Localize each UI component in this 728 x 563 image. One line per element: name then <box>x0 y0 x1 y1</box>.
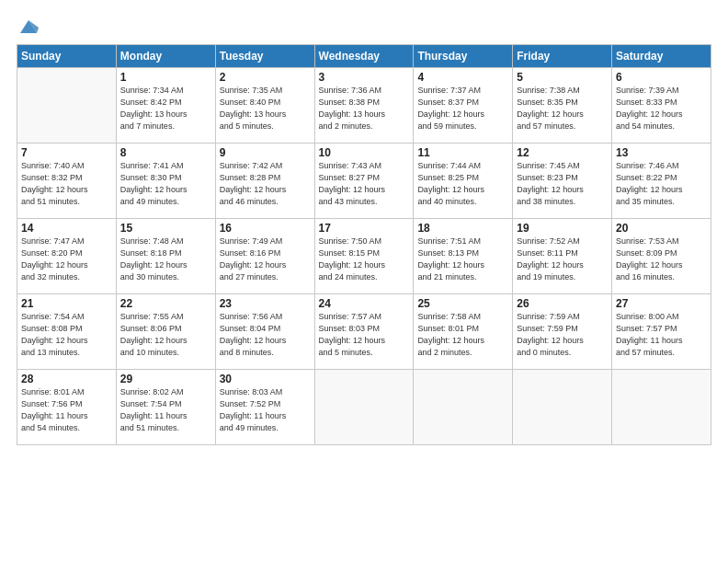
day-info: Sunrise: 7:57 AMSunset: 8:03 PMDaylight:… <box>319 311 410 359</box>
day-cell: 7Sunrise: 7:40 AMSunset: 8:32 PMDaylight… <box>17 144 117 219</box>
day-cell: 14Sunrise: 7:47 AMSunset: 8:20 PMDayligh… <box>17 219 117 294</box>
day-info: Sunrise: 7:54 AMSunset: 8:08 PMDaylight:… <box>21 311 112 359</box>
day-number: 22 <box>120 297 211 310</box>
day-cell: 8Sunrise: 7:41 AMSunset: 8:30 PMDaylight… <box>116 144 215 219</box>
day-cell: 2Sunrise: 7:35 AMSunset: 8:40 PMDaylight… <box>215 68 314 144</box>
day-cell: 5Sunrise: 7:38 AMSunset: 8:35 PMDaylight… <box>513 68 612 144</box>
day-number: 8 <box>120 146 211 159</box>
day-cell <box>414 370 513 445</box>
day-cell: 21Sunrise: 7:54 AMSunset: 8:08 PMDayligh… <box>17 294 117 370</box>
day-info: Sunrise: 7:36 AMSunset: 8:38 PMDaylight:… <box>319 85 410 132</box>
week-row-0: 1Sunrise: 7:34 AMSunset: 8:42 PMDaylight… <box>17 68 711 144</box>
day-info: Sunrise: 8:03 AMSunset: 7:52 PMDaylight:… <box>220 386 311 434</box>
day-info: Sunrise: 7:45 AMSunset: 8:23 PMDaylight:… <box>517 160 608 208</box>
day-info: Sunrise: 7:48 AMSunset: 8:18 PMDaylight:… <box>120 236 211 283</box>
day-number: 28 <box>21 373 112 385</box>
weekday-friday: Friday <box>513 45 612 68</box>
day-number: 11 <box>417 146 508 159</box>
day-number: 17 <box>319 222 410 235</box>
day-info: Sunrise: 7:40 AMSunset: 8:32 PMDaylight:… <box>21 160 112 208</box>
day-cell: 15Sunrise: 7:48 AMSunset: 8:18 PMDayligh… <box>116 219 215 294</box>
day-cell: 12Sunrise: 7:45 AMSunset: 8:23 PMDayligh… <box>513 144 612 219</box>
day-cell <box>513 370 612 445</box>
day-number: 12 <box>517 146 608 159</box>
day-number: 10 <box>319 146 410 159</box>
week-row-3: 21Sunrise: 7:54 AMSunset: 8:08 PMDayligh… <box>17 294 711 370</box>
day-info: Sunrise: 8:02 AMSunset: 7:54 PMDaylight:… <box>120 386 211 434</box>
day-number: 5 <box>517 71 608 84</box>
day-info: Sunrise: 7:43 AMSunset: 8:27 PMDaylight:… <box>319 160 410 208</box>
day-number: 6 <box>616 71 707 84</box>
day-number: 27 <box>616 297 707 310</box>
day-cell: 25Sunrise: 7:58 AMSunset: 8:01 PMDayligh… <box>414 294 513 370</box>
day-number: 29 <box>120 373 211 385</box>
weekday-tuesday: Tuesday <box>215 45 314 68</box>
day-cell: 19Sunrise: 7:52 AMSunset: 8:11 PMDayligh… <box>513 219 612 294</box>
day-number: 24 <box>319 297 410 310</box>
day-cell: 17Sunrise: 7:50 AMSunset: 8:15 PMDayligh… <box>314 219 414 294</box>
day-number: 20 <box>616 222 707 235</box>
day-cell: 20Sunrise: 7:53 AMSunset: 8:09 PMDayligh… <box>612 219 711 294</box>
day-info: Sunrise: 7:52 AMSunset: 8:11 PMDaylight:… <box>517 236 608 283</box>
day-info: Sunrise: 7:55 AMSunset: 8:06 PMDaylight:… <box>120 311 211 359</box>
day-number: 30 <box>220 373 311 385</box>
day-info: Sunrise: 7:51 AMSunset: 8:13 PMDaylight:… <box>417 236 508 283</box>
day-cell <box>314 370 414 445</box>
logo <box>17 17 39 37</box>
day-info: Sunrise: 7:44 AMSunset: 8:25 PMDaylight:… <box>417 160 508 208</box>
day-info: Sunrise: 8:00 AMSunset: 7:57 PMDaylight:… <box>616 311 707 359</box>
day-cell: 11Sunrise: 7:44 AMSunset: 8:25 PMDayligh… <box>414 144 513 219</box>
day-cell: 27Sunrise: 8:00 AMSunset: 7:57 PMDayligh… <box>612 294 711 370</box>
day-info: Sunrise: 7:59 AMSunset: 7:59 PMDaylight:… <box>517 311 608 359</box>
day-number: 19 <box>517 222 608 235</box>
weekday-wednesday: Wednesday <box>314 45 414 68</box>
day-number: 13 <box>616 146 707 159</box>
day-number: 1 <box>120 71 211 84</box>
day-info: Sunrise: 7:35 AMSunset: 8:40 PMDaylight:… <box>220 85 311 132</box>
day-cell <box>612 370 711 445</box>
day-info: Sunrise: 7:56 AMSunset: 8:04 PMDaylight:… <box>220 311 311 359</box>
day-info: Sunrise: 7:50 AMSunset: 8:15 PMDaylight:… <box>319 236 410 283</box>
logo-icon <box>18 17 39 37</box>
day-number: 2 <box>220 71 311 84</box>
day-number: 23 <box>220 297 311 310</box>
day-number: 4 <box>417 71 508 84</box>
weekday-sunday: Sunday <box>17 45 117 68</box>
day-info: Sunrise: 7:41 AMSunset: 8:30 PMDaylight:… <box>120 160 211 208</box>
week-row-2: 14Sunrise: 7:47 AMSunset: 8:20 PMDayligh… <box>17 219 711 294</box>
page-header <box>17 17 711 37</box>
day-info: Sunrise: 8:01 AMSunset: 7:56 PMDaylight:… <box>21 386 112 434</box>
day-cell: 1Sunrise: 7:34 AMSunset: 8:42 PMDaylight… <box>116 68 215 144</box>
day-cell: 10Sunrise: 7:43 AMSunset: 8:27 PMDayligh… <box>314 144 414 219</box>
weekday-thursday: Thursday <box>414 45 513 68</box>
day-info: Sunrise: 7:46 AMSunset: 8:22 PMDaylight:… <box>616 160 707 208</box>
day-info: Sunrise: 7:47 AMSunset: 8:20 PMDaylight:… <box>21 236 112 283</box>
day-number: 25 <box>417 297 508 310</box>
day-number: 14 <box>21 222 112 235</box>
day-cell: 13Sunrise: 7:46 AMSunset: 8:22 PMDayligh… <box>612 144 711 219</box>
calendar: SundayMondayTuesdayWednesdayThursdayFrid… <box>17 44 711 445</box>
day-number: 15 <box>120 222 211 235</box>
day-cell: 28Sunrise: 8:01 AMSunset: 7:56 PMDayligh… <box>17 370 117 445</box>
day-cell: 30Sunrise: 8:03 AMSunset: 7:52 PMDayligh… <box>215 370 314 445</box>
day-info: Sunrise: 7:39 AMSunset: 8:33 PMDaylight:… <box>616 85 707 132</box>
day-cell <box>17 68 117 144</box>
day-info: Sunrise: 7:53 AMSunset: 8:09 PMDaylight:… <box>616 236 707 283</box>
day-info: Sunrise: 7:49 AMSunset: 8:16 PMDaylight:… <box>220 236 311 283</box>
day-info: Sunrise: 7:42 AMSunset: 8:28 PMDaylight:… <box>220 160 311 208</box>
day-cell: 22Sunrise: 7:55 AMSunset: 8:06 PMDayligh… <box>116 294 215 370</box>
week-row-1: 7Sunrise: 7:40 AMSunset: 8:32 PMDaylight… <box>17 144 711 219</box>
day-cell: 26Sunrise: 7:59 AMSunset: 7:59 PMDayligh… <box>513 294 612 370</box>
day-cell: 3Sunrise: 7:36 AMSunset: 8:38 PMDaylight… <box>314 68 414 144</box>
day-number: 3 <box>319 71 410 84</box>
day-number: 16 <box>220 222 311 235</box>
weekday-saturday: Saturday <box>612 45 711 68</box>
day-number: 7 <box>21 146 112 159</box>
week-row-4: 28Sunrise: 8:01 AMSunset: 7:56 PMDayligh… <box>17 370 711 445</box>
day-number: 18 <box>417 222 508 235</box>
weekday-header-row: SundayMondayTuesdayWednesdayThursdayFrid… <box>17 45 711 68</box>
day-cell: 29Sunrise: 8:02 AMSunset: 7:54 PMDayligh… <box>116 370 215 445</box>
day-cell: 18Sunrise: 7:51 AMSunset: 8:13 PMDayligh… <box>414 219 513 294</box>
day-cell: 24Sunrise: 7:57 AMSunset: 8:03 PMDayligh… <box>314 294 414 370</box>
day-info: Sunrise: 7:37 AMSunset: 8:37 PMDaylight:… <box>417 85 508 132</box>
